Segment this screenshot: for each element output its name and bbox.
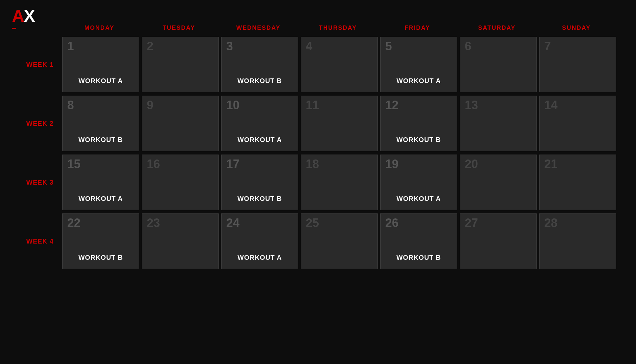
day-number: 3 bbox=[226, 40, 233, 52]
day-cell: 27 bbox=[460, 213, 537, 269]
day-number: 7 bbox=[544, 40, 551, 52]
day-number: 8 bbox=[67, 99, 74, 111]
weeks: WEEK 11WORKOUT A23WORKOUT B45WORKOUT A67… bbox=[20, 37, 616, 269]
day-header-wednesday: WEDNESDAY bbox=[219, 24, 298, 34]
day-number: 4 bbox=[306, 40, 312, 52]
workout-label: WORKOUT A bbox=[79, 77, 123, 85]
day-number: 28 bbox=[544, 217, 557, 229]
day-cell: 22WORKOUT B bbox=[62, 213, 139, 269]
day-cell: 23 bbox=[142, 213, 219, 269]
workout-label: WORKOUT A bbox=[238, 254, 282, 261]
day-cell: 10WORKOUT A bbox=[221, 96, 298, 151]
day-header-friday: FRIDAY bbox=[378, 24, 457, 34]
day-headers: MONDAYTUESDAYWEDNESDAYTHURSDAYFRIDAYSATU… bbox=[20, 24, 616, 34]
day-cell: 26WORKOUT B bbox=[380, 213, 457, 269]
week-label: WEEK 2 bbox=[20, 120, 60, 127]
day-number: 25 bbox=[306, 217, 319, 229]
day-number: 5 bbox=[385, 40, 392, 52]
day-number: 18 bbox=[306, 158, 319, 170]
day-cell: 19WORKOUT A bbox=[380, 155, 457, 210]
day-cell: 14 bbox=[539, 96, 616, 151]
day-number: 17 bbox=[226, 158, 239, 170]
day-cell: 17WORKOUT B bbox=[221, 155, 298, 210]
day-number: 11 bbox=[306, 99, 319, 111]
day-number: 23 bbox=[147, 217, 160, 229]
day-cell: 6 bbox=[460, 37, 537, 92]
week-row: WEEK 28WORKOUT B910WORKOUT A1112WORKOUT … bbox=[20, 96, 616, 151]
workout-label: WORKOUT A bbox=[397, 195, 441, 203]
workout-label: WORKOUT B bbox=[79, 136, 123, 144]
day-cell: 11 bbox=[301, 96, 378, 151]
day-cell: 12WORKOUT B bbox=[380, 96, 457, 151]
day-cell: 24WORKOUT A bbox=[221, 213, 298, 269]
day-cell: 7 bbox=[539, 37, 616, 92]
page: AX MONDAYTUESDAYWEDNESDAYTHURSDAYFRIDAYS… bbox=[0, 0, 636, 364]
day-number: 22 bbox=[67, 217, 80, 229]
workout-label: WORKOUT B bbox=[238, 195, 282, 203]
day-number: 9 bbox=[147, 99, 153, 111]
day-cell: 2 bbox=[142, 37, 219, 92]
day-number: 16 bbox=[147, 158, 160, 170]
week-row: WEEK 315WORKOUT A1617WORKOUT B1819WORKOU… bbox=[20, 155, 616, 210]
workout-label: WORKOUT B bbox=[397, 254, 441, 261]
workout-label: WORKOUT A bbox=[238, 136, 282, 144]
week-row: WEEK 11WORKOUT A23WORKOUT B45WORKOUT A67 bbox=[20, 37, 616, 92]
week-label: WEEK 4 bbox=[20, 238, 60, 245]
day-cell: 5WORKOUT A bbox=[380, 37, 457, 92]
week-label: WEEK 1 bbox=[20, 61, 60, 68]
day-cell: 16 bbox=[142, 155, 219, 210]
day-cell: 15WORKOUT A bbox=[62, 155, 139, 210]
day-cell: 13 bbox=[460, 96, 537, 151]
day-number: 14 bbox=[544, 99, 557, 111]
day-header-thursday: THURSDAY bbox=[298, 24, 378, 34]
day-number: 27 bbox=[465, 217, 478, 229]
day-number: 10 bbox=[226, 99, 239, 111]
day-cell: 8WORKOUT B bbox=[62, 96, 139, 151]
day-header-monday: MONDAY bbox=[60, 24, 139, 34]
day-cell: 20 bbox=[460, 155, 537, 210]
day-header-tuesday: TUESDAY bbox=[139, 24, 219, 34]
day-number: 1 bbox=[67, 40, 74, 52]
day-number: 6 bbox=[465, 40, 471, 52]
day-cell: 21 bbox=[539, 155, 616, 210]
workout-label: WORKOUT A bbox=[79, 195, 123, 203]
day-cell: 4 bbox=[301, 37, 378, 92]
day-header-sunday: SUNDAY bbox=[537, 24, 616, 34]
day-cell: 1WORKOUT A bbox=[62, 37, 139, 92]
day-number: 20 bbox=[465, 158, 478, 170]
day-number: 19 bbox=[385, 158, 398, 170]
day-header-saturday: SATURDAY bbox=[457, 24, 537, 34]
workout-label: WORKOUT B bbox=[238, 77, 282, 85]
day-number: 24 bbox=[226, 217, 239, 229]
day-cell: 3WORKOUT B bbox=[221, 37, 298, 92]
day-number: 13 bbox=[465, 99, 478, 111]
workout-label: WORKOUT B bbox=[397, 136, 441, 144]
header: AX bbox=[0, 0, 636, 11]
day-number: 21 bbox=[544, 158, 557, 170]
day-number: 2 bbox=[147, 40, 153, 52]
day-cell: 28 bbox=[539, 213, 616, 269]
workout-label: WORKOUT A bbox=[397, 77, 441, 85]
logo-brand-text bbox=[12, 28, 16, 29]
day-cell: 18 bbox=[301, 155, 378, 210]
logo-ax-text: AX bbox=[12, 7, 58, 24]
logo: AX bbox=[12, 7, 58, 34]
day-number: 15 bbox=[67, 158, 80, 170]
workout-label: WORKOUT B bbox=[79, 254, 123, 261]
day-number: 26 bbox=[385, 217, 398, 229]
week-label: WEEK 3 bbox=[20, 179, 60, 186]
day-cell: 25 bbox=[301, 213, 378, 269]
day-cell: 9 bbox=[142, 96, 219, 151]
day-number: 12 bbox=[385, 99, 398, 111]
calendar: MONDAYTUESDAYWEDNESDAYTHURSDAYFRIDAYSATU… bbox=[0, 24, 636, 269]
week-row: WEEK 422WORKOUT B2324WORKOUT A2526WORKOU… bbox=[20, 213, 616, 269]
